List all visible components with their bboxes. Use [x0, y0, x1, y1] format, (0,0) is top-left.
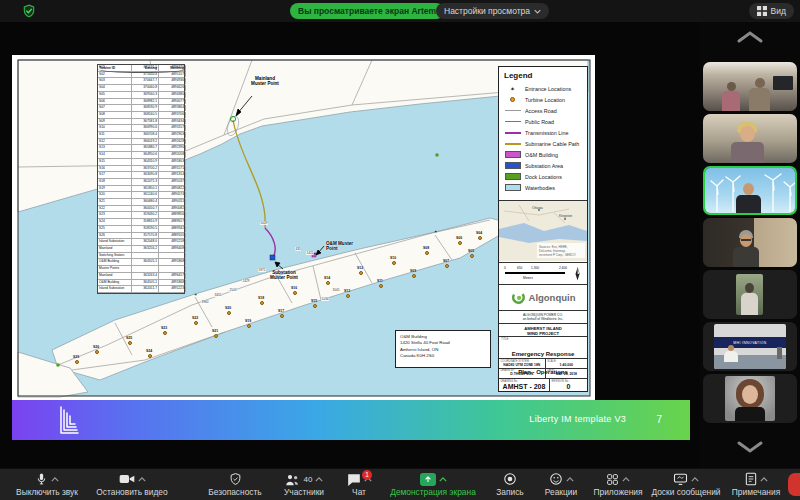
chevron-up-icon[interactable] — [622, 477, 630, 482]
turbine-coordinate-table: Turbine IDEastingNorthing S01371671.5489… — [97, 64, 185, 294]
whiteboards-button[interactable]: Доски сообщений — [648, 470, 724, 500]
mhi-innovation-sign: MHI INNOVATION — [714, 337, 786, 348]
participant-video-7[interactable] — [703, 374, 797, 423]
road-number-label: 5134 — [321, 297, 329, 301]
chevron-up-icon[interactable] — [760, 477, 768, 482]
encryption-shield-icon[interactable] — [22, 4, 36, 18]
participant-video-2[interactable] — [703, 114, 797, 163]
road-number-label: 435 — [295, 247, 301, 251]
shield-icon — [229, 472, 242, 486]
mute-button[interactable]: Выключить звук — [8, 470, 86, 500]
road-number-label: 3455 — [214, 293, 222, 297]
view-settings-button[interactable]: Настройки просмотра — [436, 3, 549, 19]
om-building-address-box: O&M Building 1420 Stella 40 Foot Road Am… — [395, 330, 491, 368]
overview-inset-map: Ottawa Kingston Sources: Esri, HERE, DeL… — [499, 201, 587, 263]
notes-button[interactable]: Примечания — [724, 470, 788, 500]
participants-sidebar: MHI INNOVATION — [700, 0, 800, 468]
turbine-marker: S15 — [313, 304, 317, 308]
svg-text:Kingston: Kingston — [559, 214, 572, 218]
om-muster-label: O&M MusterPoint — [326, 241, 366, 252]
grid-view-icon — [757, 6, 767, 16]
table-row: S17363090.84891314 — [98, 172, 184, 179]
chevron-up-icon[interactable] — [51, 477, 59, 482]
algonquin-logo: Algonquin — [499, 285, 587, 311]
turbine-dot-icon — [510, 97, 515, 102]
map-title-block: Legend ✶Entrance Locations Turbine Locat… — [498, 66, 588, 392]
shared-screen-area: ✶✶✶✶ Turbine IDEastingNorthing — [0, 22, 700, 468]
record-button[interactable]: Запись — [486, 470, 534, 500]
reactions-button[interactable]: Реакции — [534, 470, 588, 500]
table-row: O&M Building364505.14891868 — [98, 259, 184, 266]
company-line: ALGONQUIN POWER CO.on behalf of Windlect… — [499, 311, 587, 324]
table-row: O&M Building364505.14891868 — [98, 280, 184, 287]
table-row: S18362475.34891037 — [98, 179, 184, 186]
turbine-marker: S08 — [425, 251, 429, 255]
view-button-label: Вид — [771, 6, 786, 16]
legend-title: Legend — [504, 71, 582, 80]
table-body: S01371671.54895376 S02371050.44895157 S0… — [98, 65, 184, 293]
chevron-up-icon[interactable] — [691, 477, 699, 482]
share-screen-button[interactable]: Демонстрация экрана — [380, 470, 486, 500]
svg-text:✶: ✶ — [194, 292, 197, 297]
slide-footer: Liberty IM template V3 7 — [12, 400, 690, 440]
drawing-title: TITLE: Emergency ResponsePlan - Operatio… — [499, 337, 587, 359]
participant-video-1[interactable] — [703, 62, 797, 111]
scroll-strip-chevron-down[interactable] — [736, 440, 764, 454]
whiteboard-icon — [673, 473, 688, 485]
turbine-marker: S07 — [445, 264, 449, 268]
table-row: S20361240.64890574 — [98, 192, 184, 199]
table-row: S21360680.44890311 — [98, 199, 184, 206]
chat-button[interactable]: 1 Чат — [338, 470, 380, 500]
participant-video-5[interactable] — [703, 270, 797, 319]
turbine-marker: S09 — [412, 274, 416, 278]
turbine-marker: S11 — [379, 284, 383, 288]
chevron-up-icon[interactable] — [566, 477, 574, 482]
slide-page-number: 7 — [656, 414, 662, 425]
turbine-marker: S12 — [359, 271, 363, 275]
participant-head — [727, 82, 736, 91]
chevron-up-icon[interactable] — [138, 477, 146, 482]
participant-video-3-active-speaker[interactable] — [703, 166, 797, 215]
participants-button[interactable]: 40 Участники — [270, 470, 338, 500]
svg-text:Ottawa: Ottawa — [532, 206, 543, 210]
turbine-marker: S17 — [280, 314, 284, 318]
table-row: S11366708.44892903 — [98, 132, 184, 139]
collapse-strip-chevron-up[interactable] — [736, 30, 764, 44]
table-row: S19361850.14890822 — [98, 186, 184, 193]
substation-muster-label: SubstationMuster Point — [256, 270, 312, 281]
table-row: S05369560.34894380 — [98, 92, 184, 99]
table-row: Mainland363263.44896417 — [98, 273, 184, 280]
turbine-marker: S05 — [470, 254, 474, 258]
view-button[interactable]: Вид — [749, 3, 794, 19]
turbine-marker: S22 — [194, 321, 198, 325]
svg-text:✶: ✶ — [434, 229, 437, 234]
table-header-row: Turbine IDEastingNorthing — [98, 65, 186, 73]
meeting-toolbar: Выключить звук Остановить видео Безопасн… — [0, 468, 800, 500]
chevron-up-icon[interactable] — [315, 477, 323, 482]
road-number-label: 5019 — [260, 221, 268, 225]
apps-button[interactable]: Приложения — [588, 470, 648, 500]
table-row: Island Substation362048.04891218 — [98, 239, 184, 246]
participant-video-4[interactable] — [703, 218, 797, 267]
participant-video-6[interactable]: MHI INNOVATION — [703, 322, 797, 371]
table-row: S06368982.14894077 — [98, 99, 184, 106]
participant-head — [755, 78, 765, 88]
end-meeting-button[interactable]: Завершить — [788, 473, 800, 496]
mainland-muster-label: MainlandMuster Point — [238, 76, 292, 87]
security-button[interactable]: Безопасность — [200, 470, 270, 500]
share-screen-icon — [420, 473, 436, 486]
table-row: S09367581.84893434 — [98, 119, 184, 126]
project-name: AMHERST ISLANDWIND PROJECT — [499, 324, 587, 337]
turbine-marker: S20 — [227, 311, 231, 315]
turbine-marker: S26 — [95, 350, 99, 354]
chevron-up-icon[interactable] — [439, 477, 447, 482]
map-document: ✶✶✶✶ Turbine IDEastingNorthing — [12, 55, 595, 400]
microphone-icon — [35, 472, 48, 486]
meeting-top-bar: Вы просматриваете экран Artem Настройки … — [0, 0, 800, 22]
zoom-meeting-window: Вы просматриваете экран Artem Настройки … — [0, 0, 800, 500]
turbine-marker: S25 — [128, 341, 132, 345]
road-number-label: 3045 — [332, 288, 340, 292]
participant-head — [740, 126, 755, 142]
road-number-label: 2503 — [229, 288, 237, 292]
stop-video-button[interactable]: Остановить видео — [86, 470, 178, 500]
